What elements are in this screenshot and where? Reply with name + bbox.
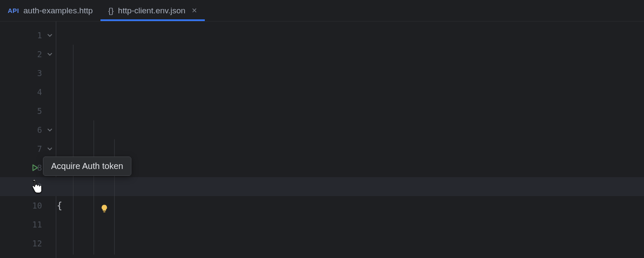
line-number: 5	[26, 106, 42, 116]
line-number: 1	[26, 31, 42, 40]
line-number: 4	[26, 87, 42, 97]
tab-label: auth-examples.http	[24, 6, 93, 15]
line-number: 12	[26, 239, 42, 248]
api-file-icon: API	[8, 7, 19, 14]
tooltip-text: Acquire Auth token	[51, 161, 123, 171]
line-number: 2	[26, 49, 42, 59]
tab-auth-examples[interactable]: API auth-examples.http	[0, 0, 100, 21]
line-number: 10	[26, 201, 42, 210]
mouse-cursor-icon	[31, 180, 44, 197]
line-number: 11	[26, 220, 42, 229]
json-file-icon: {}	[108, 6, 114, 15]
fold-icon[interactable]	[46, 33, 53, 38]
fold-icon[interactable]	[46, 127, 53, 132]
run-gutter-icon[interactable]	[32, 164, 39, 171]
code-area[interactable]: { "dev": { "name": "value", "tokenUrl": …	[57, 22, 644, 258]
tab-label: http-client.env.json	[118, 6, 185, 15]
line-number: 3	[26, 68, 42, 78]
code-line[interactable]: {	[57, 196, 644, 215]
code-editor[interactable]: 1 2 3 4 5 6 7 8 9 10 11 12 { "dev": { "n…	[0, 22, 644, 258]
fold-icon[interactable]	[46, 52, 53, 57]
tab-http-client-env[interactable]: {} http-client.env.json ✕	[100, 0, 205, 21]
gutter: 1 2 3 4 5 6 7 8 9 10 11 12	[0, 22, 57, 258]
fold-icon[interactable]	[46, 146, 53, 151]
line-number: 6	[26, 125, 42, 135]
gutter-tooltip: Acquire Auth token	[43, 157, 131, 176]
tab-bar: API auth-examples.http {} http-client.en…	[0, 0, 644, 22]
close-icon[interactable]: ✕	[191, 6, 197, 15]
line-number: 7	[26, 144, 42, 154]
